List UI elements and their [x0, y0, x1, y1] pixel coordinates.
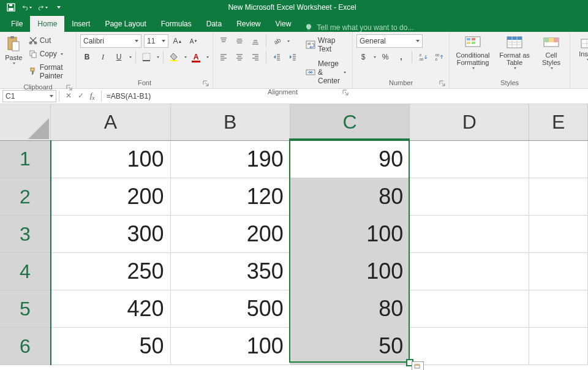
col-header-C[interactable]: C — [290, 104, 409, 140]
cell-B6[interactable]: 100 — [170, 328, 290, 365]
wrap-text-button[interactable]: abWrap Text — [303, 34, 349, 55]
italic-button[interactable]: I — [96, 50, 110, 64]
cell-B5[interactable]: 500 — [170, 290, 290, 328]
col-header-D[interactable]: D — [410, 104, 529, 140]
decrease-indent-button[interactable] — [270, 50, 284, 64]
align-right-button[interactable] — [249, 50, 262, 64]
underline-button[interactable]: U — [112, 50, 126, 64]
cell-styles-button[interactable]: Cell Styles — [537, 34, 566, 70]
align-center-button[interactable] — [233, 50, 246, 64]
tab-home[interactable]: Home — [30, 16, 64, 32]
accounting-format-button[interactable]: $ — [356, 50, 370, 64]
dialog-launcher-icon[interactable] — [203, 80, 209, 86]
tab-formulas[interactable]: Formulas — [154, 16, 199, 32]
cell-A5[interactable]: 420 — [51, 290, 170, 328]
row-header-6[interactable]: 6 — [0, 328, 51, 365]
qat-customize-icon[interactable] — [54, 2, 64, 12]
cell-B4[interactable]: 350 — [170, 253, 290, 290]
font-color-button[interactable]: A — [189, 50, 203, 64]
select-all-corner[interactable] — [0, 104, 51, 140]
dialog-launcher-icon[interactable] — [439, 80, 445, 86]
increase-decimal-button[interactable]: .0.00 — [416, 50, 429, 64]
cell-D2[interactable] — [410, 178, 529, 216]
cell-D6[interactable] — [410, 328, 529, 365]
bold-button[interactable]: B — [80, 50, 94, 64]
number-format-combo[interactable]: General — [356, 34, 423, 48]
cell-E5[interactable] — [529, 290, 588, 328]
row-header-5[interactable]: 5 — [0, 290, 51, 328]
cell-E2[interactable] — [529, 178, 588, 216]
align-left-button[interactable] — [217, 50, 230, 64]
cell-E6[interactable] — [529, 328, 588, 365]
comma-format-button[interactable]: , — [394, 50, 408, 64]
cancel-formula-icon[interactable]: ✕ — [66, 91, 72, 101]
merge-center-button[interactable]: Merge & Center — [303, 58, 349, 87]
save-icon[interactable] — [6, 2, 16, 12]
enter-formula-icon[interactable]: ✓ — [78, 91, 84, 101]
cell-B1[interactable]: 190 — [170, 140, 290, 178]
conditional-formatting-button[interactable]: Conditional Formatting — [453, 34, 492, 70]
cell-E1[interactable] — [529, 140, 588, 178]
cell-C5[interactable]: 80 — [290, 290, 409, 328]
align-middle-button[interactable] — [233, 34, 246, 48]
align-bottom-button[interactable] — [249, 34, 262, 48]
col-header-A[interactable]: A — [51, 104, 170, 140]
copy-button[interactable]: Copy — [26, 48, 72, 60]
cell-E3[interactable] — [529, 216, 588, 253]
cell-A6[interactable]: 50 — [51, 328, 170, 365]
font-size-combo[interactable]: 11 — [144, 34, 168, 48]
autofill-options-button[interactable] — [412, 361, 424, 370]
fx-icon[interactable]: fx — [90, 91, 95, 101]
format-as-table-button[interactable]: Format as Table — [495, 34, 534, 70]
cell-C2[interactable]: 80 — [290, 178, 409, 216]
cell-A1[interactable]: 100 — [51, 140, 170, 178]
format-painter-button[interactable]: Format Painter — [26, 61, 72, 82]
tab-insert[interactable]: Insert — [64, 16, 97, 32]
cell-C1[interactable]: 90 — [290, 140, 409, 178]
row-header-4[interactable]: 4 — [0, 253, 51, 290]
cell-D1[interactable] — [410, 140, 529, 178]
cell-B3[interactable]: 200 — [170, 216, 290, 253]
cell-E4[interactable] — [529, 253, 588, 290]
cell-D3[interactable] — [410, 216, 529, 253]
cell-A3[interactable]: 300 — [51, 216, 170, 253]
cell-C4[interactable]: 100 — [290, 253, 409, 290]
tell-me-search[interactable]: Tell me what you want to do... — [304, 23, 413, 32]
increase-font-button[interactable]: A▲ — [171, 34, 184, 48]
cut-button[interactable]: Cut — [26, 34, 72, 47]
paste-button[interactable]: Paste — [4, 34, 24, 66]
borders-button[interactable] — [140, 50, 153, 64]
orientation-button[interactable]: ab — [270, 34, 284, 48]
title-bar: New Microsoft Excel Worksheet - Excel — [0, 0, 588, 15]
fill-color-button[interactable] — [167, 50, 181, 64]
redo-icon[interactable] — [38, 2, 48, 12]
tab-data[interactable]: Data — [199, 16, 229, 32]
increase-indent-button[interactable] — [286, 50, 300, 64]
cell-C3[interactable]: 100 — [290, 216, 409, 253]
align-top-button[interactable] — [217, 34, 230, 48]
cell-D4[interactable] — [410, 253, 529, 290]
col-header-E[interactable]: E — [529, 104, 588, 140]
cell-B2[interactable]: 120 — [170, 178, 290, 216]
tab-page-layout[interactable]: Page Layout — [97, 16, 153, 32]
decrease-font-button[interactable]: A▼ — [187, 34, 200, 48]
cell-C6[interactable]: 50 — [290, 328, 409, 365]
percent-format-button[interactable]: % — [379, 50, 392, 64]
tab-file[interactable]: File — [4, 16, 30, 32]
decrease-decimal-button[interactable]: .00.0 — [432, 50, 445, 64]
insert-cells-button[interactable]: Insert — [574, 34, 588, 62]
dialog-launcher-icon[interactable] — [342, 89, 349, 96]
row-header-3[interactable]: 3 — [0, 216, 51, 253]
svg-rect-9 — [32, 53, 36, 58]
col-header-B[interactable]: B — [170, 104, 290, 140]
font-name-combo[interactable]: Calibri — [80, 34, 141, 48]
row-header-2[interactable]: 2 — [0, 178, 51, 216]
undo-icon[interactable] — [22, 2, 32, 12]
tab-view[interactable]: View — [268, 16, 299, 32]
cell-A2[interactable]: 200 — [51, 178, 170, 216]
tab-review[interactable]: Review — [229, 16, 268, 32]
row-header-1[interactable]: 1 — [0, 140, 51, 178]
cell-D5[interactable] — [410, 290, 529, 328]
dialog-launcher-icon[interactable] — [66, 85, 72, 91]
cell-A4[interactable]: 250 — [51, 253, 170, 290]
